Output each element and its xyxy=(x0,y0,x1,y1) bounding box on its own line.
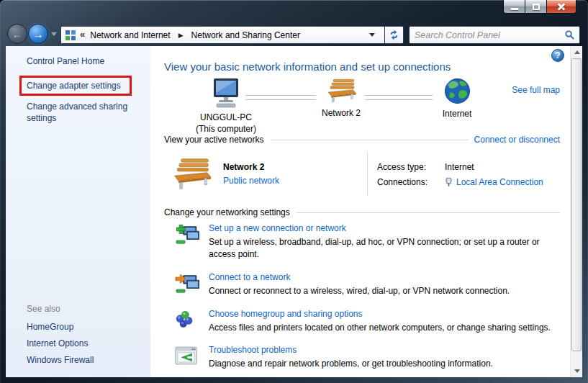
recent-pages-dropdown[interactable] xyxy=(51,32,57,36)
minimize-button[interactable] xyxy=(503,0,525,14)
sidebar-item-change-adapter-settings[interactable]: Change adapter settings xyxy=(27,81,121,91)
breadcrumb-network-sharing-center[interactable]: Network and Sharing Center xyxy=(189,30,303,41)
setup-new-connection-desc: Set up a wireless, broadband, dial-up, a… xyxy=(209,236,557,261)
address-bar[interactable]: « Network and Internet ▶ Network and Sha… xyxy=(60,26,384,44)
network-map: UNGGUL-PC (This computer) N xyxy=(150,78,570,135)
minimize-icon xyxy=(510,8,518,10)
setting-item-new-connection[interactable]: Set up a new connection or network Set u… xyxy=(175,223,557,261)
settings-list: Set up a new connection or network Set u… xyxy=(175,223,557,377)
setting-item-homegroup[interactable]: Choose homegroup and sharing options Acc… xyxy=(175,309,557,334)
scroll-down-button[interactable] xyxy=(571,365,582,377)
homegroup-icon xyxy=(175,309,202,334)
internet-globe-icon xyxy=(444,78,471,104)
chevrons-left-icon[interactable]: « xyxy=(76,29,87,41)
refresh-button[interactable] xyxy=(384,26,404,44)
breadcrumb-separator-icon[interactable]: ▶ xyxy=(173,32,189,39)
scroll-up-icon xyxy=(574,50,580,54)
active-network-summary: Network 2 Public network xyxy=(164,158,367,190)
ethernet-icon xyxy=(445,177,453,187)
search-icon[interactable] xyxy=(565,30,574,40)
help-button[interactable]: ? xyxy=(551,49,564,62)
access-type-value: Internet xyxy=(445,162,474,172)
connect-network-icon xyxy=(175,272,202,297)
map-internet-label: Internet xyxy=(430,109,484,120)
scrollbar[interactable] xyxy=(570,46,582,377)
access-type-label: Access type: xyxy=(377,162,445,172)
setup-new-connection-link[interactable]: Set up a new connection or network xyxy=(209,223,557,233)
connect-to-network-link[interactable]: Connect to a network xyxy=(209,272,510,282)
see-also-label: See also xyxy=(27,304,60,314)
map-network-label: Network 2 xyxy=(313,108,369,120)
map-connection-line-2 xyxy=(365,95,433,100)
maximize-icon xyxy=(533,4,540,10)
choose-homegroup-link[interactable]: Choose homegroup and sharing options xyxy=(209,309,551,319)
connect-to-network-desc: Connect or reconnect to a wireless, wire… xyxy=(209,285,510,297)
active-network-box: Network 2 Public network Access type: In… xyxy=(164,151,560,196)
sidebar-item-homegroup[interactable]: HomeGroup xyxy=(27,322,73,332)
connections-label: Connections: xyxy=(377,177,445,187)
header-rule xyxy=(271,140,468,140)
computer-name: UNGGUL-PC xyxy=(191,112,261,124)
connect-or-disconnect-link[interactable]: Connect or disconnect xyxy=(474,135,560,145)
refresh-icon xyxy=(389,30,399,40)
new-connection-icon xyxy=(175,223,202,261)
map-connection-line-1 xyxy=(245,95,316,100)
sidebar-item-windows-firewall[interactable]: Windows Firewall xyxy=(27,355,94,365)
map-node-internet[interactable]: Internet xyxy=(430,78,484,120)
address-dropdown-icon[interactable] xyxy=(369,33,375,37)
map-node-network[interactable]: Network 2 xyxy=(313,78,369,120)
forward-button[interactable]: → xyxy=(28,24,48,44)
network-sharing-center-window: ← → « Network and Internet ▶ Network and… xyxy=(0,0,588,383)
help-icon: ? xyxy=(555,50,560,60)
troubleshoot-problems-link[interactable]: Troubleshoot problems xyxy=(209,345,493,355)
troubleshoot-problems-desc: Diagnose and repair network problems, or… xyxy=(209,358,493,370)
breadcrumb-network-and-internet[interactable]: Network and Internet xyxy=(87,30,173,41)
see-full-map-link[interactable]: See full map xyxy=(512,85,560,95)
setting-item-connect[interactable]: Connect to a network Connect or reconnec… xyxy=(175,272,557,297)
active-network-name: Network 2 xyxy=(223,162,279,172)
active-networks-header-row: View your active networks Connect or dis… xyxy=(164,135,560,145)
scroll-up-button[interactable] xyxy=(571,46,582,58)
sidebar: Control Panel Home Change adapter settin… xyxy=(6,46,150,377)
close-icon xyxy=(557,2,566,11)
back-button[interactable]: ← xyxy=(7,24,27,44)
map-computer-label: UNGGUL-PC (This computer) xyxy=(191,112,261,135)
setting-item-troubleshoot[interactable]: Troubleshoot problems Diagnose and repai… xyxy=(175,345,557,370)
breadcrumb-network-icon xyxy=(65,30,76,41)
sidebar-item-internet-options[interactable]: Internet Options xyxy=(27,338,88,348)
main-panel: ? View your basic network information an… xyxy=(150,46,570,377)
close-button[interactable] xyxy=(546,0,576,14)
content-area: Control Panel Home Change adapter settin… xyxy=(6,46,582,377)
choose-homegroup-desc: Access files and printers located on oth… xyxy=(209,322,551,334)
local-area-connection-link[interactable]: Local Area Connection xyxy=(456,177,543,187)
network-bench-icon xyxy=(325,78,357,104)
sidebar-item-control-panel-home[interactable]: Control Panel Home xyxy=(27,56,104,66)
scrollbar-thumb[interactable] xyxy=(571,58,582,351)
computer-sub: (This computer) xyxy=(191,124,261,135)
networking-settings-header-row: Change your networking settings xyxy=(164,207,560,217)
forward-arrow-icon: → xyxy=(33,28,44,40)
active-networks-header: View your active networks xyxy=(164,135,264,145)
search-box[interactable]: Search Control Panel xyxy=(409,26,580,44)
caption-buttons xyxy=(503,0,576,14)
sidebar-item-change-advanced-sharing[interactable]: Change advanced sharing settings xyxy=(27,101,136,124)
active-network-bench-icon xyxy=(171,158,212,190)
back-arrow-icon: ← xyxy=(12,28,23,40)
networking-settings-header: Change your networking settings xyxy=(164,207,290,217)
troubleshoot-icon xyxy=(175,345,202,370)
active-network-details: Access type: Internet Connections: Local… xyxy=(368,160,543,187)
map-node-computer[interactable]: UNGGUL-PC (This computer) xyxy=(191,78,261,135)
header-rule xyxy=(297,212,560,213)
maximize-button[interactable] xyxy=(525,0,546,14)
computer-icon xyxy=(209,78,243,108)
annotation-red-box: Change adapter settings xyxy=(19,76,132,96)
page-title: View your basic network information and … xyxy=(164,60,451,73)
public-network-link[interactable]: Public network xyxy=(223,176,279,186)
search-input[interactable]: Search Control Panel xyxy=(415,30,565,40)
scroll-down-icon xyxy=(574,369,580,373)
